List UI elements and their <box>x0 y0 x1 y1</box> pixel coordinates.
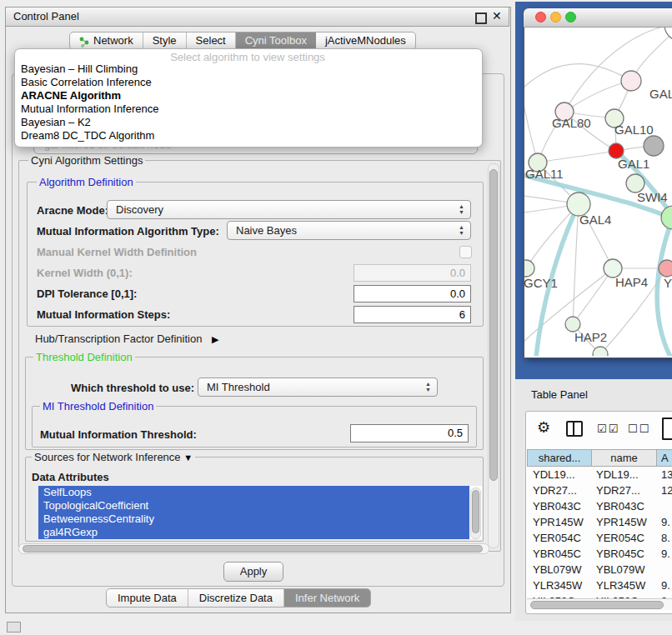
bottom-tab-bar: Impute Data Discretize Data Infer Networ… <box>106 588 371 608</box>
network-node[interactable] <box>621 71 641 91</box>
table-cell: 8. <box>657 530 672 546</box>
column-header-shared[interactable]: shared... <box>527 449 592 467</box>
settings-horizontal-scrollbar-thumb[interactable] <box>23 545 483 552</box>
list-item-topologicalcoefficient[interactable]: TopologicalCoefficient <box>38 499 469 512</box>
dpi-tolerance-label: DPI Tolerance [0,1]: <box>37 288 137 300</box>
list-item-selfloops[interactable]: SelfLoops <box>38 486 469 499</box>
column-header-a[interactable]: A <box>657 449 672 467</box>
list-scrollbar-thumb[interactable] <box>472 490 479 533</box>
panel-collapse-icon[interactable] <box>7 622 21 632</box>
node-label: GAL10 <box>614 122 654 137</box>
tab-label: Select <box>196 32 226 49</box>
list-item-gal4rgexp[interactable]: gal4RGexp <box>38 526 469 539</box>
tab-infer-network[interactable]: Infer Network <box>284 589 370 607</box>
settings-horizontal-scrollbar[interactable] <box>18 543 489 554</box>
close-icon[interactable]: ✕ <box>492 9 502 22</box>
table-row[interactable]: YLR345WYLR345W9. <box>527 578 672 593</box>
algorithm-popup-placeholder: Select algorithm to view settings <box>14 51 481 63</box>
node-label: GAL <box>649 87 672 101</box>
table-row[interactable]: YBL079WYBL079W <box>527 562 672 578</box>
column-header-name[interactable]: name <box>592 449 657 467</box>
tab-discretize-data[interactable]: Discretize Data <box>188 589 284 607</box>
node-label: GAL80 <box>552 116 591 130</box>
network-edge[interactable] <box>538 151 616 162</box>
tab-network[interactable]: Network <box>70 32 143 49</box>
table-row[interactable]: YDL19...YDL19...13 <box>527 467 672 482</box>
tab-style[interactable]: Style <box>143 32 187 49</box>
window-close-icon[interactable] <box>535 12 546 22</box>
table-cell: 12 <box>657 482 672 498</box>
network-tab-icon <box>79 36 89 47</box>
apply-button[interactable]: Apply <box>223 562 283 582</box>
control-panel-tab-bar: Network Style Select Cyni Toolbox jActiv… <box>69 32 416 50</box>
algorithm-option-basic-correlation[interactable]: Basic Correlation Inference <box>21 76 471 89</box>
table-row[interactable]: YER054CYER054C8. <box>527 530 672 546</box>
table-cell: YDR27... <box>527 482 592 498</box>
table-cell: YPR145W <box>527 514 592 530</box>
network-edge[interactable] <box>573 204 579 324</box>
float-window-icon[interactable] <box>475 12 487 24</box>
dpi-tolerance-field[interactable]: 0.0 <box>354 285 471 302</box>
which-threshold-combobox[interactable]: MI Threshold ▲▼ <box>198 378 438 397</box>
kernel-width-field[interactable]: 0.0 <box>354 264 471 282</box>
table-row[interactable]: YDR27...YDR27...12 <box>527 482 672 498</box>
table-row[interactable]: YBR043CYBR043C <box>527 498 672 514</box>
columns-icon[interactable] <box>566 421 583 437</box>
tab-cyni-toolbox[interactable]: Cyni Toolbox <box>236 32 316 49</box>
table-panel-container: ⚙ ☑☑ ☐☐ shared... name A YDL19...YDL19..… <box>525 411 672 614</box>
settings-vertical-scrollbar[interactable] <box>488 163 499 548</box>
algorithm-option-aracne[interactable]: ARACNE Algorithm <box>21 89 471 102</box>
algorithm-option-dream8[interactable]: Dream8 DC_TDC Algorithm <box>21 129 471 142</box>
settings-vertical-scrollbar-thumb[interactable] <box>489 169 498 481</box>
network-node[interactable] <box>664 28 672 41</box>
network-edge[interactable] <box>573 268 613 324</box>
table-cell: 13 <box>657 467 672 482</box>
aracne-mode-combobox[interactable]: Discovery ▲▼ <box>107 200 471 219</box>
manual-kernel-width-checkbox[interactable] <box>459 246 472 258</box>
network-node[interactable] <box>661 206 672 229</box>
network-edge[interactable] <box>526 204 579 268</box>
tab-select[interactable]: Select <box>187 32 236 49</box>
table-horizontal-scrollbar-thumb[interactable] <box>530 601 664 609</box>
kernel-width-label: Kernel Width (0,1): <box>37 267 133 279</box>
aracne-mode-label: Aracne Mode: <box>37 204 108 217</box>
hub-definition-expander[interactable]: Hub/Transcription Factor Definition ▶ <box>35 332 218 345</box>
network-node[interactable] <box>644 136 664 156</box>
node-label: GAL11 <box>525 167 564 181</box>
mi-steps-label: Mutual Information Steps: <box>37 308 170 321</box>
sources-group-title[interactable]: Sources for Network Inference ▼ <box>32 451 195 463</box>
window-zoom-icon[interactable] <box>565 12 576 22</box>
table-cell: YER054C <box>527 530 592 546</box>
select-all-checkboxes-icon[interactable]: ☑☑ <box>597 422 619 435</box>
table-row[interactable]: YPR145WYPR145W9. <box>527 514 672 530</box>
table-horizontal-scrollbar[interactable] <box>527 598 672 610</box>
table-cell: YLR345W <box>592 578 657 593</box>
clear-checkboxes-icon[interactable]: ☐☐ <box>628 422 650 435</box>
network-node[interactable] <box>524 260 534 277</box>
tab-label: Style <box>153 32 177 49</box>
document-icon[interactable] <box>662 418 672 440</box>
algorithm-option-bayesian-hill-climbing[interactable]: Bayesian – Hill Climbing <box>21 62 471 76</box>
window-minimize-icon[interactable] <box>550 12 561 22</box>
aracne-mode-value: Discovery <box>116 203 163 216</box>
mi-steps-field[interactable]: 6 <box>354 306 471 323</box>
list-item-betweennesscentrality[interactable]: BetweennessCentrality <box>38 512 469 526</box>
list-vertical-scrollbar[interactable] <box>470 488 481 539</box>
tab-impute-data[interactable]: Impute Data <box>107 589 188 607</box>
network-node[interactable] <box>659 260 672 277</box>
mi-threshold-group-title: MI Threshold Definition <box>40 400 156 412</box>
table-cell: YBR045C <box>527 546 592 562</box>
network-edge[interactable] <box>524 64 631 88</box>
mi-threshold-field[interactable]: 0.5 <box>350 424 469 442</box>
algorithm-option-mutual-information[interactable]: Mutual Information Inference <box>21 102 471 116</box>
network-canvas[interactable]: GALGAL80GAL10GAL1GAL11SWI4GAL4GCY1HAP4YH… <box>524 28 672 356</box>
gear-icon[interactable]: ⚙ <box>537 418 550 437</box>
data-attributes-list: SelfLoops TopologicalCoefficient Between… <box>38 486 482 539</box>
table-row[interactable]: YBR045CYBR045C9. <box>527 546 672 562</box>
mi-algorithm-type-combobox[interactable]: Naive Bayes ▲▼ <box>227 221 471 240</box>
tab-label: Network <box>93 32 133 49</box>
tab-jactivemnodules[interactable]: jActiveMNodules <box>316 32 415 49</box>
combo-spinner-icon: ▲▼ <box>459 224 464 236</box>
table-cell: YBR043C <box>527 498 592 514</box>
algorithm-option-bayesian-k2[interactable]: Bayesian – K2 <box>21 116 471 129</box>
